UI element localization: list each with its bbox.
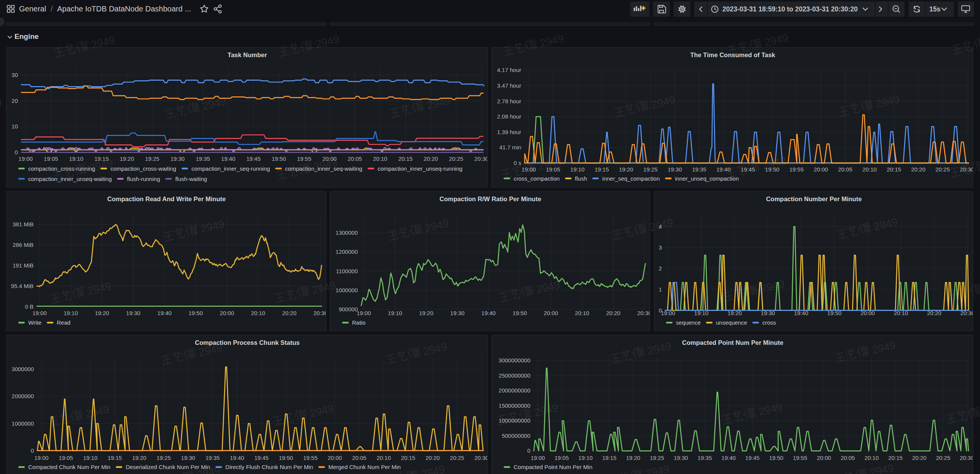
svg-text:compaction_cross-waiting: compaction_cross-waiting [110, 165, 176, 172]
svg-text:/: / [51, 5, 53, 13]
svg-text:Compaction Process Chunk Statu: Compaction Process Chunk Status [195, 339, 299, 346]
svg-text:20:15: 20:15 [888, 455, 903, 461]
svg-text:4: 4 [659, 223, 662, 230]
svg-text:flush-waiting: flush-waiting [175, 176, 207, 182]
svg-text:19:30: 19:30 [181, 455, 195, 461]
svg-text:19:00: 19:00 [522, 166, 536, 173]
svg-text:20:30: 20:30 [960, 310, 973, 316]
svg-text:20:05: 20:05 [347, 155, 362, 162]
svg-text:30: 30 [11, 72, 18, 78]
svg-text:The Time Consumed of Task: The Time Consumed of Task [690, 51, 775, 58]
svg-text:20:10: 20:10 [894, 310, 908, 316]
svg-text:19:15: 19:15 [595, 166, 609, 173]
svg-text:Task Number: Task Number [227, 51, 267, 58]
svg-text:1300000: 1300000 [336, 229, 358, 236]
svg-text:compaction_cross-running: compaction_cross-running [28, 165, 95, 172]
svg-text:20:20: 20:20 [424, 155, 438, 162]
svg-text:19:40: 19:40 [716, 166, 731, 173]
svg-text:19:35: 19:35 [205, 455, 220, 461]
svg-text:19:25: 19:25 [157, 455, 171, 461]
svg-text:20:10: 20:10 [373, 155, 388, 162]
svg-text:20:20: 20:20 [282, 310, 297, 316]
svg-text:0: 0 [527, 447, 530, 454]
svg-text:19:30: 19:30 [668, 166, 682, 173]
svg-text:19:40: 19:40 [794, 310, 809, 316]
svg-text:19:40: 19:40 [721, 455, 736, 461]
svg-text:1500000000: 1500000000 [499, 402, 530, 409]
svg-text:381 MiB: 381 MiB [13, 221, 34, 227]
svg-text:19:40: 19:40 [481, 310, 496, 316]
svg-text:Compacted Point Num Per Minute: Compacted Point Num Per Minute [682, 339, 783, 346]
svg-text:19:30: 19:30 [674, 455, 688, 461]
svg-text:19:35: 19:35 [196, 155, 210, 162]
svg-text:19:05: 19:05 [546, 166, 560, 173]
svg-text:19:20: 19:20 [132, 455, 147, 461]
svg-text:19:50: 19:50 [769, 455, 783, 461]
svg-text:20:15: 20:15 [398, 155, 413, 162]
svg-text:19:15: 19:15 [107, 455, 122, 461]
svg-text:19:00: 19:00 [531, 455, 545, 461]
svg-text:20:00: 20:00 [544, 310, 558, 316]
svg-text:20:05: 20:05 [841, 455, 855, 461]
svg-text:0: 0 [31, 447, 34, 454]
svg-text:20:05: 20:05 [352, 455, 367, 461]
svg-text:3.47 hour: 3.47 hour [497, 82, 521, 89]
svg-text:2000000: 2000000 [12, 393, 34, 399]
svg-text:flush: flush [575, 175, 587, 182]
svg-text:20:10: 20:10 [376, 455, 391, 461]
svg-text:1.39 hour: 1.39 hour [497, 129, 521, 135]
svg-text:19:00: 19:00 [661, 310, 676, 316]
svg-text:20:30: 20:30 [637, 310, 650, 316]
svg-text:19:00: 19:00 [18, 155, 33, 162]
svg-text:19:10: 19:10 [69, 155, 83, 162]
svg-text:500000000: 500000000 [502, 432, 530, 439]
svg-text:20:00: 20:00 [220, 310, 234, 316]
svg-text:Write: Write [28, 319, 42, 326]
svg-text:Ratio: Ratio [352, 319, 365, 326]
svg-text:19:50: 19:50 [765, 166, 780, 173]
svg-text:95.4 MiB: 95.4 MiB [11, 283, 34, 289]
svg-text:20:30: 20:30 [474, 155, 488, 162]
svg-text:3000000: 3000000 [12, 366, 34, 372]
svg-text:3: 3 [659, 244, 662, 251]
svg-text:19:35: 19:35 [698, 455, 712, 461]
svg-text:2: 2 [659, 265, 662, 272]
svg-text:20:20: 20:20 [426, 455, 440, 461]
svg-text:19:25: 19:25 [643, 166, 658, 173]
svg-text:19:00: 19:00 [34, 455, 49, 461]
svg-text:3000000000: 3000000000 [499, 357, 530, 364]
svg-text:inner_unseq_compaction: inner_unseq_compaction [675, 175, 739, 182]
svg-text:sequence: sequence [676, 319, 701, 326]
svg-text:2.08 hour: 2.08 hour [497, 113, 521, 120]
svg-text:2949: 2949 [0, 218, 1, 235]
svg-text:unsequence: unsequence [716, 319, 747, 326]
svg-text:19:15: 19:15 [94, 155, 109, 162]
svg-text:1: 1 [659, 286, 662, 293]
svg-text:20:25: 20:25 [449, 155, 463, 162]
svg-text:19:20: 19:20 [727, 310, 742, 316]
svg-text:19:30: 19:30 [450, 310, 465, 316]
svg-text:19:50: 19:50 [512, 310, 527, 316]
svg-text:20:10: 20:10 [575, 310, 589, 316]
svg-text:19:30: 19:30 [170, 155, 185, 162]
svg-text:20:10: 20:10 [862, 166, 877, 173]
svg-text:20:25: 20:25 [450, 455, 464, 461]
svg-text:Deserialized Chunk Num Per Min: Deserialized Chunk Num Per Min [126, 464, 210, 470]
svg-text:19:50: 19:50 [827, 310, 842, 316]
svg-text:191 MiB: 191 MiB [13, 262, 34, 269]
svg-text:General: General [19, 5, 46, 13]
svg-text:1000000000: 1000000000 [499, 417, 530, 424]
svg-text:286 MiB: 286 MiB [13, 242, 34, 248]
svg-text:19:40: 19:40 [221, 155, 235, 162]
svg-text:19:10: 19:10 [64, 310, 78, 316]
svg-text:19:15: 19:15 [602, 455, 617, 461]
svg-text:19:10: 19:10 [694, 310, 709, 316]
svg-text:19:45: 19:45 [741, 166, 755, 173]
svg-text:1000000: 1000000 [12, 420, 34, 427]
svg-text:20:30: 20:30 [960, 166, 973, 173]
svg-text:19:20: 19:20 [120, 155, 134, 162]
svg-text:20:10: 20:10 [251, 310, 266, 316]
svg-text:Compaction Read And Write Per: Compaction Read And Write Per Minute [107, 195, 226, 202]
svg-text:Compacted Point Num Per Min: Compacted Point Num Per Min [514, 464, 592, 470]
svg-text:19:25: 19:25 [145, 155, 160, 162]
